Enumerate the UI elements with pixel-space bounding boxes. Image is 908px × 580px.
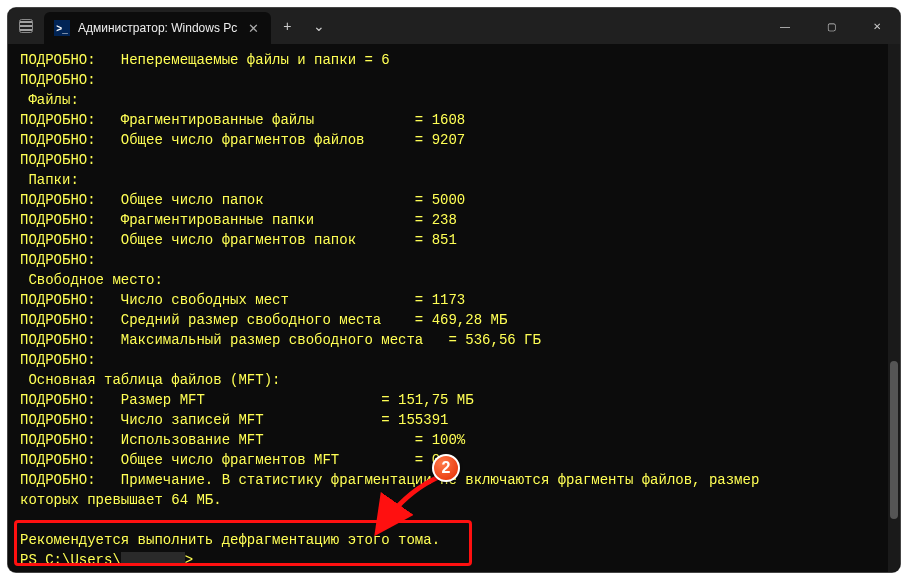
terminal-line: ПОДРОБНО: Неперемещаемые файлы и папки =… [20, 50, 890, 70]
tab-dropdown-button[interactable]: ⌄ [303, 8, 335, 44]
terminal-line: ПОДРОБНО: Общее число фрагментов файлов … [20, 130, 890, 150]
titlebar: >_ Администратор: Windows Pc ✕ + ⌄ — ▢ ✕ [8, 8, 900, 44]
tab-powershell[interactable]: >_ Администратор: Windows Pc ✕ [44, 12, 271, 44]
tab-title: Администратор: Windows Pc [78, 21, 237, 35]
terminal-line: ПОДРОБНО: Примечание. В статистику фрагм… [20, 470, 890, 490]
scrollbar-vertical[interactable] [888, 44, 900, 572]
terminal-line: которых превышает 64 МБ. [20, 490, 890, 510]
terminal-line: ПОДРОБНО: Использование MFT = 100% [20, 430, 890, 450]
maximize-button[interactable]: ▢ [808, 8, 854, 44]
terminal-line: ПОДРОБНО: [20, 150, 890, 170]
terminal-line: ПОДРОБНО: Максимальный размер свободного… [20, 330, 890, 350]
terminal-output[interactable]: ПОДРОБНО: Неперемещаемые файлы и папки =… [8, 44, 900, 572]
terminal-line: ПОДРОБНО: [20, 350, 890, 370]
terminal-line: ПОДРОБНО: Общее число фрагментов MFT = 0 [20, 450, 890, 470]
terminal-line: ПОДРОБНО: Средний размер свободного мест… [20, 310, 890, 330]
tab-strip: >_ Администратор: Windows Pc ✕ [44, 8, 271, 44]
terminal-line [20, 510, 890, 530]
terminal-line: ПОДРОБНО: Общее число папок = 5000 [20, 190, 890, 210]
terminal-window: >_ Администратор: Windows Pc ✕ + ⌄ — ▢ ✕… [8, 8, 900, 572]
terminal-line: ПОДРОБНО: Число свободных мест = 1173 [20, 290, 890, 310]
prompt-prefix: PS C:\Users\ [20, 552, 121, 568]
redacted-username [121, 552, 185, 566]
titlebar-drag-area[interactable] [335, 8, 762, 44]
terminal-line: ПОДРОБНО: Число записей MFT = 155391 [20, 410, 890, 430]
terminal-line: Свободное место: [20, 270, 890, 290]
scrollbar-thumb[interactable] [890, 361, 898, 519]
terminal-line: ПОДРОБНО: [20, 250, 890, 270]
powershell-icon: >_ [54, 20, 70, 36]
prompt-suffix: > [185, 552, 193, 568]
terminal-line: ПОДРОБНО: Размер MFT = 151,75 МБ [20, 390, 890, 410]
terminal-line: Файлы: [20, 90, 890, 110]
terminal-line: ПОДРОБНО: Общее число фрагментов папок =… [20, 230, 890, 250]
minimize-button[interactable]: — [762, 8, 808, 44]
app-menu-icon[interactable] [8, 8, 44, 44]
tab-close-button[interactable]: ✕ [245, 20, 261, 36]
window-controls: — ▢ ✕ [762, 8, 900, 44]
terminal-line: ПОДРОБНО: [20, 70, 890, 90]
terminal-line: Папки: [20, 170, 890, 190]
terminal-line: Основная таблица файлов (MFT): [20, 370, 890, 390]
close-button[interactable]: ✕ [854, 8, 900, 44]
new-tab-button[interactable]: + [271, 8, 303, 44]
terminal-line: ПОДРОБНО: Фрагментированные файлы = 1608 [20, 110, 890, 130]
prompt-line[interactable]: PS C:\Users\> [20, 550, 890, 570]
terminal-line: Рекомендуется выполнить дефрагментацию э… [20, 530, 890, 550]
terminal-line: ПОДРОБНО: Фрагментированные папки = 238 [20, 210, 890, 230]
